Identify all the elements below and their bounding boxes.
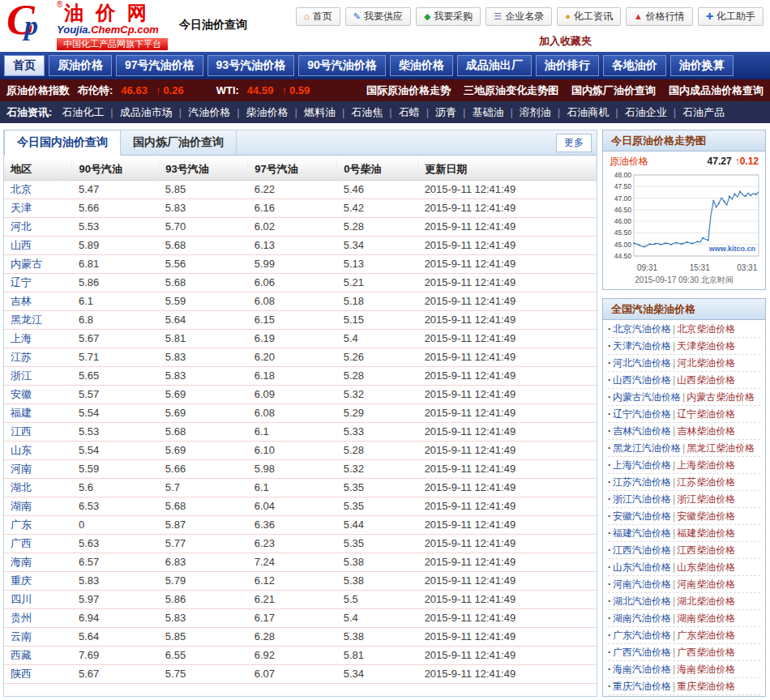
region-link[interactable]: 广东 xyxy=(11,519,32,531)
top-link-quotes[interactable]: ▲价格行情 xyxy=(626,7,693,26)
gasoline-price-link[interactable]: 山西汽油价格 xyxy=(613,372,671,388)
region-link[interactable]: 内蒙古 xyxy=(11,258,42,270)
more-button[interactable]: 更多 xyxy=(556,134,592,152)
gasoline-price-link[interactable]: 广西汽油价格 xyxy=(613,644,671,660)
nav-item[interactable]: 柴油价格 xyxy=(390,55,453,76)
index-bar-link[interactable]: 国内炼厂油价查询 xyxy=(571,83,656,98)
diesel-price-link[interactable]: 安徽柴油价格 xyxy=(677,508,735,524)
site-logo[interactable]: Cp ® 油 价 网 Youjia.ChemCp.com 中国化工产品网旗下平台 xyxy=(6,2,168,49)
region-link[interactable]: 西藏 xyxy=(11,649,32,661)
region-link[interactable]: 辽宁 xyxy=(11,276,32,288)
diesel-price-link[interactable]: 广东柴油价格 xyxy=(677,627,735,643)
diesel-price-link[interactable]: 辽宁柴油价格 xyxy=(677,406,735,422)
diesel-price-link[interactable]: 黑龙江柴油价格 xyxy=(687,440,755,456)
gasoline-price-link[interactable]: 山东汽油价格 xyxy=(613,559,671,575)
news-bar-link[interactable]: 石油焦 xyxy=(344,105,389,120)
gasoline-price-link[interactable]: 辽宁汽油价格 xyxy=(613,406,671,422)
nav-item[interactable]: 各地油价 xyxy=(603,55,666,76)
diesel-price-link[interactable]: 天津柴油价格 xyxy=(677,338,735,354)
add-favorite-link[interactable]: 加入收藏夹 xyxy=(539,34,592,49)
gasoline-price-link[interactable]: 广东汽油价格 xyxy=(613,627,671,643)
region-link[interactable]: 黑龙江 xyxy=(11,314,42,326)
news-bar-link[interactable]: 石油产品 xyxy=(676,105,731,120)
gasoline-price-link[interactable]: 浙江汽油价格 xyxy=(613,491,671,507)
nav-item[interactable]: 成品油出厂 xyxy=(457,55,532,76)
region-link[interactable]: 福建 xyxy=(11,407,32,419)
diesel-price-link[interactable]: 福建柴油价格 xyxy=(677,525,735,541)
nav-item[interactable]: 油价换算 xyxy=(670,55,734,76)
region-link[interactable]: 浙江 xyxy=(11,369,32,382)
top-link-home[interactable]: ⌂首页 xyxy=(296,7,340,26)
region-link[interactable]: 湖南 xyxy=(11,500,32,512)
gasoline-price-link[interactable]: 河南汽油价格 xyxy=(613,576,671,592)
news-bar-link[interactable]: 石蜡 xyxy=(392,105,426,120)
diesel-price-link[interactable]: 江苏柴油价格 xyxy=(677,474,735,490)
index-bar-link[interactable]: 国际原油价格走势 xyxy=(366,83,451,98)
news-bar-link[interactable]: 柴油价格 xyxy=(240,105,295,120)
nav-item[interactable]: 93号汽油价格 xyxy=(207,55,295,76)
nav-item[interactable]: 97号汽油价格 xyxy=(116,55,203,76)
diesel-price-link[interactable]: 重庆柴油价格 xyxy=(677,678,735,694)
gasoline-price-link[interactable]: 内蒙古汽油价格 xyxy=(613,389,681,405)
region-link[interactable]: 陕西 xyxy=(11,668,32,680)
nav-item[interactable]: 原油价格 xyxy=(49,55,112,76)
diesel-price-link[interactable]: 江西柴油价格 xyxy=(677,542,735,558)
diesel-price-link[interactable]: 吉林柴油价格 xyxy=(677,423,735,439)
diesel-price-link[interactable]: 内蒙古柴油价格 xyxy=(687,389,755,405)
top-link-directory[interactable]: ☰企业名录 xyxy=(486,7,552,26)
region-link[interactable]: 北京 xyxy=(11,183,32,195)
nav-item[interactable]: 90号汽油价格 xyxy=(298,55,386,76)
region-link[interactable]: 广西 xyxy=(11,537,32,549)
region-link[interactable]: 上海 xyxy=(11,332,32,344)
nav-item[interactable]: 首页 xyxy=(4,55,45,76)
region-link[interactable]: 四川 xyxy=(11,593,32,605)
news-bar-link[interactable]: 石油商机 xyxy=(560,105,615,120)
diesel-price-link[interactable]: 海南柴油价格 xyxy=(677,661,735,677)
diesel-price-link[interactable]: 山西柴油价格 xyxy=(677,372,735,388)
diesel-price-link[interactable]: 湖北柴油价格 xyxy=(677,593,735,609)
gasoline-price-link[interactable]: 北京汽油价格 xyxy=(613,321,671,337)
region-link[interactable]: 贵州 xyxy=(11,612,32,624)
region-link[interactable]: 湖北 xyxy=(11,481,32,493)
gasoline-price-link[interactable]: 天津汽油价格 xyxy=(613,338,671,354)
region-link[interactable]: 山东 xyxy=(11,444,32,456)
region-link[interactable]: 山西 xyxy=(11,239,32,251)
tab[interactable]: 今日国内油价查询 xyxy=(4,130,121,156)
region-link[interactable]: 安徽 xyxy=(11,388,32,400)
diesel-price-link[interactable]: 河南柴油价格 xyxy=(677,576,735,592)
diesel-price-link[interactable]: 广西柴油价格 xyxy=(677,644,735,660)
gasoline-price-link[interactable]: 江苏汽油价格 xyxy=(613,474,671,490)
gasoline-price-link[interactable]: 江西汽油价格 xyxy=(613,542,671,558)
region-link[interactable]: 河北 xyxy=(11,220,32,233)
index-bar-link[interactable]: 国内成品油价格查询 xyxy=(669,83,764,98)
gasoline-price-link[interactable]: 湖南汽油价格 xyxy=(613,610,671,626)
gasoline-price-link[interactable]: 福建汽油价格 xyxy=(613,525,671,541)
gasoline-price-link[interactable]: 河北汽油价格 xyxy=(613,355,671,371)
diesel-price-link[interactable]: 河北柴油价格 xyxy=(677,355,735,371)
gasoline-price-link[interactable]: 吉林汽油价格 xyxy=(613,423,671,439)
top-link-news[interactable]: ●化工资讯 xyxy=(557,7,621,26)
news-bar-link[interactable]: 石油企业 xyxy=(618,105,674,120)
region-link[interactable]: 天津 xyxy=(11,202,32,214)
tab[interactable]: 国内炼厂油价查询 xyxy=(120,130,237,155)
gasoline-price-link[interactable]: 安徽汽油价格 xyxy=(613,508,671,524)
region-link[interactable]: 海南 xyxy=(11,556,32,568)
gasoline-price-link[interactable]: 海南汽油价格 xyxy=(613,661,671,677)
nav-item[interactable]: 油价排行 xyxy=(536,55,599,76)
diesel-price-link[interactable]: 浙江柴油价格 xyxy=(677,491,735,507)
diesel-price-link[interactable]: 山东柴油价格 xyxy=(677,559,735,575)
top-link-supply[interactable]: ✎我要供应 xyxy=(345,7,411,26)
news-bar-link[interactable]: 汽油价格 xyxy=(182,105,237,120)
news-bar-link[interactable]: 沥青 xyxy=(429,105,463,120)
gasoline-price-link[interactable]: 湖北汽油价格 xyxy=(613,593,671,609)
region-link[interactable]: 江苏 xyxy=(11,351,32,363)
diesel-price-link[interactable]: 北京柴油价格 xyxy=(677,321,735,337)
news-bar-link[interactable]: 燃料油 xyxy=(297,105,342,120)
diesel-price-link[interactable]: 上海柴油价格 xyxy=(677,457,735,473)
region-link[interactable]: 江西 xyxy=(11,425,32,438)
top-link-purchase[interactable]: ◆我要采购 xyxy=(416,7,481,26)
diesel-price-link[interactable]: 湖南柴油价格 xyxy=(677,610,735,626)
news-bar-link[interactable]: 基础油 xyxy=(465,105,510,120)
top-link-assistant[interactable]: ✚化工助手 xyxy=(698,7,764,26)
gasoline-price-link[interactable]: 黑龙江汽油价格 xyxy=(613,440,681,456)
